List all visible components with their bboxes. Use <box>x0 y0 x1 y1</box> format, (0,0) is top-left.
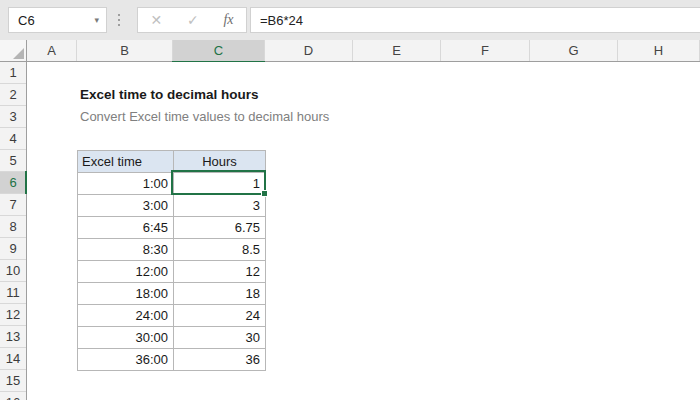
column-header-D[interactable]: D <box>265 40 353 61</box>
select-all-triangle-icon <box>13 48 24 59</box>
table-cell-time[interactable]: 12:00 <box>77 260 174 283</box>
column-header-H[interactable]: H <box>618 40 700 61</box>
table-header-cell[interactable]: Hours <box>173 150 266 173</box>
cancel-icon[interactable]: ✕ <box>150 12 162 28</box>
row-header-5[interactable]: 5 <box>0 150 26 172</box>
column-header-E[interactable]: E <box>353 40 441 61</box>
row-header-2[interactable]: 2 <box>0 84 26 106</box>
row-header-1[interactable]: 1 <box>0 62 26 84</box>
table-cell-time[interactable]: 36:00 <box>77 348 174 371</box>
table-cell-hours[interactable]: 30 <box>173 326 266 349</box>
row-header-7[interactable]: 7 <box>0 194 26 216</box>
name-box-value: C6 <box>18 13 35 28</box>
sheet-canvas: Excel time to decimal hours Convert Exce… <box>27 62 700 400</box>
sheet-subtitle[interactable]: Convert Excel time values to decimal hou… <box>80 106 329 128</box>
enter-icon[interactable]: ✓ <box>187 12 199 28</box>
table-cell-hours[interactable]: 1 <box>173 172 266 195</box>
table-cell-time[interactable]: 30:00 <box>77 326 174 349</box>
row-header-9[interactable]: 9 <box>0 238 26 260</box>
formula-bar: C6 ▾ ✕ ✓ fx =B6*24 <box>0 0 700 40</box>
table-cell-time[interactable]: 24:00 <box>77 304 174 327</box>
row-header-6[interactable]: 6 <box>0 172 26 194</box>
formula-input[interactable]: =B6*24 <box>250 7 700 33</box>
fill-handle[interactable] <box>261 190 268 197</box>
formula-buttons: ✕ ✓ fx <box>137 7 247 33</box>
column-header-G[interactable]: G <box>530 40 618 61</box>
data-table: Excel timeHours1:0013:0036:456.758:308.5… <box>77 150 266 371</box>
column-header-F[interactable]: F <box>441 40 530 61</box>
table-cell-hours[interactable]: 18 <box>173 282 266 305</box>
name-box[interactable]: C6 ▾ <box>8 7 107 33</box>
table-cell-time[interactable]: 3:00 <box>77 194 174 217</box>
table-cell-hours[interactable]: 24 <box>173 304 266 327</box>
row-header-10[interactable]: 10 <box>0 260 26 282</box>
column-headers: ABCDEFGH <box>27 40 700 62</box>
table-cell-hours[interactable]: 12 <box>173 260 266 283</box>
column-header-A[interactable]: A <box>27 40 77 61</box>
table-cell-time[interactable]: 6:45 <box>77 216 174 239</box>
row-header-16[interactable]: 16 <box>0 392 26 400</box>
row-header-4[interactable]: 4 <box>0 128 26 150</box>
select-all-corner[interactable] <box>0 40 27 62</box>
insert-function-icon[interactable]: fx <box>223 12 233 28</box>
table-cell-hours[interactable]: 6.75 <box>173 216 266 239</box>
row-header-11[interactable]: 11 <box>0 282 26 304</box>
table-cell-hours[interactable]: 8.5 <box>173 238 266 261</box>
row-header-13[interactable]: 13 <box>0 326 26 348</box>
table-header-cell[interactable]: Excel time <box>77 150 174 173</box>
column-header-B[interactable]: B <box>77 40 173 61</box>
chevron-down-icon[interactable]: ▾ <box>94 16 99 25</box>
row-header-12[interactable]: 12 <box>0 304 26 326</box>
row-header-3[interactable]: 3 <box>0 106 26 128</box>
sheet-title[interactable]: Excel time to decimal hours <box>80 84 259 106</box>
row-headers: 12345678910111213141516 <box>0 62 27 400</box>
table-cell-hours[interactable]: 3 <box>173 194 266 217</box>
table-cell-time[interactable]: 18:00 <box>77 282 174 305</box>
excel-window: C6 ▾ ✕ ✓ fx =B6*24 ABCDEFGH 123456789101… <box>0 0 700 400</box>
row-header-8[interactable]: 8 <box>0 216 26 238</box>
column-header-C[interactable]: C <box>173 40 265 61</box>
separator-dots-icon <box>118 14 120 26</box>
table-cell-hours[interactable]: 36 <box>173 348 266 371</box>
row-header-14[interactable]: 14 <box>0 348 26 370</box>
row-header-15[interactable]: 15 <box>0 370 26 392</box>
table-cell-time[interactable]: 1:00 <box>77 172 174 195</box>
table-cell-time[interactable]: 8:30 <box>77 238 174 261</box>
